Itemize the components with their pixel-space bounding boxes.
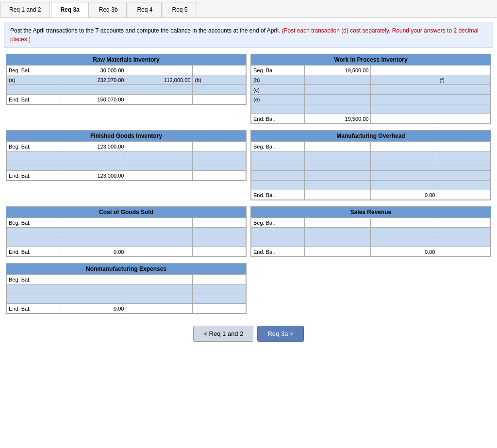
nm-beg-label: Beg. Bal. bbox=[7, 275, 60, 284]
rm-a-credit[interactable]: 112,000.00 bbox=[126, 75, 193, 85]
mo-r1-credit[interactable] bbox=[371, 151, 437, 161]
nm-r2-label bbox=[7, 294, 60, 304]
mo-r3-debit[interactable] bbox=[304, 171, 371, 181]
nm-r1-debit[interactable] bbox=[60, 284, 126, 294]
mo-end-label: End. Bal. bbox=[251, 190, 305, 200]
work-in-process-block: Work in Process Inventory Beg. Bal. 19,5… bbox=[248, 52, 493, 126]
mo-r4-label bbox=[251, 181, 305, 190]
table-row: Beg. Bal. 123,000.00 bbox=[7, 142, 246, 151]
rm-beg-debit[interactable]: 30,000.00 bbox=[60, 66, 126, 75]
wip-e-credit[interactable] bbox=[371, 95, 437, 104]
wip-beg-debit[interactable]: 19,500.00 bbox=[304, 66, 371, 75]
fg-end-label: End. Bal. bbox=[7, 171, 60, 181]
sr-beg-debit[interactable] bbox=[304, 218, 371, 228]
sr-r2-credit[interactable] bbox=[371, 237, 437, 247]
sr-end-credit[interactable]: 0.00 bbox=[371, 247, 437, 257]
cogs-beg-credit bbox=[126, 218, 193, 228]
fg-beg-debit[interactable]: 123,000.00 bbox=[60, 142, 126, 151]
sales-revenue-block: Sales Revenue Beg. Bal. bbox=[248, 204, 493, 259]
table-row bbox=[7, 151, 246, 161]
tab-req1and2[interactable]: Req 1 and 2 bbox=[0, 2, 50, 17]
finished-goods-block: Finished Goods Inventory Beg. Bal. 123,0… bbox=[4, 128, 248, 202]
mo-r1-debit[interactable] bbox=[304, 151, 371, 161]
fg-r1-credit[interactable] bbox=[126, 151, 193, 161]
fg-beg-credit bbox=[126, 142, 193, 151]
table-row bbox=[251, 104, 491, 114]
table-row: Beg. Bal. bbox=[7, 218, 246, 228]
mo-r2-label bbox=[251, 161, 305, 171]
sr-r2-debit[interactable] bbox=[304, 237, 371, 247]
nm-r2-debit[interactable] bbox=[60, 294, 126, 304]
wip-end-debit[interactable]: 19,500.00 bbox=[304, 114, 371, 124]
fg-r2-label bbox=[7, 161, 60, 171]
fg-r2-credit[interactable] bbox=[126, 161, 193, 171]
fg-r1-debit[interactable] bbox=[60, 151, 126, 161]
mo-beg-clabel bbox=[437, 142, 491, 151]
rm-empty-debit[interactable] bbox=[60, 85, 126, 95]
nm-r2-credit[interactable] bbox=[126, 294, 193, 304]
cogs-r1-credit[interactable] bbox=[126, 228, 193, 237]
wip-extra-debit[interactable] bbox=[304, 104, 371, 114]
cogs-end-debit[interactable]: 0.00 bbox=[60, 247, 126, 257]
cogs-r2-credit[interactable] bbox=[126, 237, 193, 247]
cogs-r1-debit[interactable] bbox=[60, 228, 126, 237]
mo-r1-clabel bbox=[437, 151, 491, 161]
cogs-beg-debit[interactable] bbox=[60, 218, 126, 228]
fg-end-debit[interactable]: 123,000.00 bbox=[60, 171, 126, 181]
cogs-end-clabel bbox=[193, 247, 246, 257]
fg-r2-debit[interactable] bbox=[60, 161, 126, 171]
sr-end-label: End. Bal. bbox=[251, 247, 305, 257]
nm-end-debit[interactable]: 0.00 bbox=[60, 304, 126, 314]
table-row bbox=[251, 171, 491, 181]
table-row: Beg. Bal. bbox=[7, 275, 246, 284]
fg-end-credit bbox=[126, 171, 193, 181]
empty-block bbox=[248, 261, 493, 316]
rm-end-clabel bbox=[193, 95, 246, 104]
sr-beg-clabel bbox=[437, 218, 491, 228]
sr-r1-debit[interactable] bbox=[304, 228, 371, 237]
rm-a-clabel: (b) bbox=[193, 75, 246, 85]
mo-end-debit[interactable] bbox=[304, 190, 371, 200]
wip-e-debit[interactable] bbox=[304, 95, 371, 104]
wip-extra-label bbox=[251, 104, 305, 114]
wip-extra-credit[interactable] bbox=[371, 104, 437, 114]
mo-r3-credit[interactable] bbox=[371, 171, 437, 181]
mo-end-credit[interactable]: 0.00 bbox=[371, 190, 437, 200]
rm-end-debit[interactable]: 150,070.00 bbox=[60, 95, 126, 104]
sr-r1-credit[interactable] bbox=[371, 228, 437, 237]
table-row: End. Bal. 0.00 bbox=[251, 247, 491, 257]
wip-c-debit[interactable] bbox=[304, 85, 371, 95]
nm-r1-credit[interactable] bbox=[126, 284, 193, 294]
wip-b-credit[interactable] bbox=[371, 75, 437, 85]
rm-empty-credit[interactable] bbox=[126, 85, 193, 95]
rm-a-debit[interactable]: 232,070.00 bbox=[60, 75, 126, 85]
wip-b-debit[interactable] bbox=[304, 75, 371, 85]
tab-req3a[interactable]: Req 3a bbox=[51, 2, 88, 17]
nonmfg-block: Nonmanufacturing Expenses Beg. Bal. bbox=[4, 261, 248, 316]
tab-req3b[interactable]: Req 3b bbox=[90, 2, 127, 17]
wip-c-credit[interactable] bbox=[371, 85, 437, 95]
wip-b-label: (b) bbox=[251, 75, 305, 85]
tab-req5[interactable]: Req 5 bbox=[163, 2, 197, 17]
sr-r2-label bbox=[251, 237, 305, 247]
next-button[interactable]: Req 3a > bbox=[257, 326, 303, 342]
sr-r2-clabel bbox=[437, 237, 491, 247]
rm-end-label: End. Bal. bbox=[7, 95, 60, 104]
tab-req4[interactable]: Req 4 bbox=[128, 2, 162, 17]
mo-beg-debit[interactable] bbox=[304, 142, 371, 151]
prev-button[interactable]: < Req 1 and 2 bbox=[193, 326, 253, 342]
table-row bbox=[7, 284, 246, 294]
nm-beg-debit[interactable] bbox=[60, 275, 126, 284]
bottom-navigation: < Req 1 and 2 Req 3a > bbox=[0, 318, 497, 349]
sr-end-debit[interactable] bbox=[304, 247, 371, 257]
mo-r4-debit[interactable] bbox=[304, 181, 371, 190]
mo-r4-credit[interactable] bbox=[371, 181, 437, 190]
mo-r2-debit[interactable] bbox=[304, 161, 371, 171]
raw-materials-header: Raw Materials Inventory bbox=[6, 54, 246, 65]
table-row: End. Bal. 0.00 bbox=[251, 190, 491, 200]
cogs-r2-debit[interactable] bbox=[60, 237, 126, 247]
table-row bbox=[251, 237, 491, 247]
mo-r2-credit[interactable] bbox=[371, 161, 437, 171]
fg-header: Finished Goods Inventory bbox=[6, 131, 246, 141]
nm-r1-label bbox=[7, 284, 60, 294]
